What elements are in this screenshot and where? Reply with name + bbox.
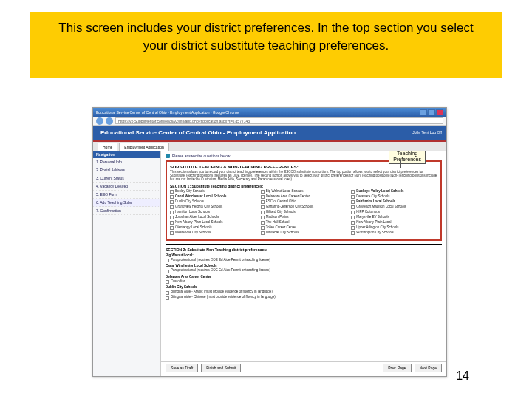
nav-item-7[interactable]: 7. Confirmation <box>93 207 160 215</box>
checkbox[interactable] <box>166 259 169 262</box>
window-title: Educational Service Center of Central Oh… <box>96 110 239 115</box>
checkbox[interactable] <box>351 226 355 230</box>
info-icon <box>166 154 170 158</box>
district-label: Canal Winchester Local Schools <box>175 195 226 199</box>
district-label: Grandview Heights City Schools <box>175 205 222 209</box>
district-label: Marysville EV Schools <box>356 216 389 219</box>
save-draft-button[interactable]: Save as Draft <box>166 364 198 372</box>
checkbox[interactable] <box>261 200 265 204</box>
checkbox[interactable] <box>261 190 265 194</box>
checkbox[interactable] <box>261 195 265 199</box>
tab-application[interactable]: Employment Application <box>119 143 168 151</box>
district-label: Madison-Plains <box>266 216 289 219</box>
checkbox[interactable] <box>261 221 265 225</box>
address-bar: https://v2-SuppliMentor.com/ebos/v2/mri/… <box>93 117 446 126</box>
checkbox[interactable] <box>351 205 355 209</box>
preferences-box: Teaching Preferences SUBSTITUTE TEACHING… <box>166 160 442 241</box>
checkbox[interactable] <box>351 211 355 214</box>
checkbox[interactable] <box>261 211 265 214</box>
checkbox[interactable] <box>261 226 265 230</box>
instruction-banner: This screen includes your district prefe… <box>30 12 502 78</box>
alert-text: Please answer the questions below. <box>172 154 231 158</box>
checkbox[interactable] <box>351 221 355 225</box>
maximize-button[interactable] <box>428 109 435 115</box>
group-big-walnut: Big Walnut Local: <box>166 253 442 257</box>
checkbox[interactable] <box>170 216 174 219</box>
district-label: Whitehall City Schools <box>266 231 299 235</box>
back-icon[interactable] <box>96 117 103 125</box>
checkbox[interactable] <box>351 200 355 204</box>
district-label: Jonathan Alder Local Schools <box>175 216 219 219</box>
group-canal: Canal Winchester Local Schools <box>166 264 442 267</box>
logout-link[interactable]: Log Off <box>430 130 442 134</box>
callout-label: Teaching Preferences <box>389 151 426 164</box>
district-label: ESC of Central Ohio <box>266 200 296 204</box>
checkbox[interactable] <box>170 211 174 214</box>
sidebar: Navigation 1. Personal Info 2. Postal Ad… <box>93 151 161 376</box>
tab-row: Home Employment Application <box>93 142 446 151</box>
app-title: Educational Service Center of Central Oh… <box>100 129 296 136</box>
group-delaware: Delaware Area Career Center <box>166 275 442 279</box>
nav-item-4[interactable]: 4. Vacancy Desired <box>93 183 160 191</box>
checkbox[interactable] <box>261 231 265 235</box>
forward-icon[interactable] <box>106 117 113 125</box>
district-label: Bexley City Schools <box>175 190 205 194</box>
section1-label: SECTION 1: Substitute Teaching district … <box>170 184 437 188</box>
district-label: Dublin City Schools <box>175 200 204 204</box>
district-label: KIPP Columbus <box>356 211 380 214</box>
checkbox[interactable] <box>170 190 174 194</box>
section-title: SUBSTITUTE TEACHING & NON-TEACHING PREFE… <box>170 165 437 169</box>
checkbox[interactable] <box>351 195 355 199</box>
district-label: Olentangy Local Schools <box>175 226 212 230</box>
url-input[interactable]: https://v2-SuppliMentor.com/ebos/v2/mri/… <box>115 117 443 124</box>
checkbox[interactable] <box>170 226 174 230</box>
tab-home[interactable]: Home <box>98 143 117 151</box>
checkbox[interactable] <box>166 291 169 295</box>
nav-item-6[interactable]: 6. Add Teaching Subs <box>93 199 160 207</box>
checkbox[interactable] <box>261 216 265 219</box>
district-label: Gahanna-Jefferson City Schools <box>266 205 314 209</box>
district-columns: Bexley City SchoolsCanal Winchester Loca… <box>170 190 437 236</box>
main-content: Please answer the questions below. Teach… <box>161 151 446 376</box>
checkbox[interactable] <box>351 190 355 194</box>
district-label: New Albany-Plain Local Schools <box>175 221 223 225</box>
nav-item-2[interactable]: 2. Postal Address <box>93 166 160 174</box>
app-header: Educational Service Center of Central Oh… <box>93 126 446 142</box>
checkbox[interactable] <box>166 296 169 300</box>
checkbox[interactable] <box>170 221 174 225</box>
district-label: Delaware Area Career Center <box>266 195 310 199</box>
checkbox[interactable] <box>166 280 169 284</box>
district-label: Delaware City Schools <box>356 195 389 199</box>
nav-item-5[interactable]: 5. EEO Form <box>93 191 160 199</box>
checkbox[interactable] <box>170 231 174 235</box>
checkbox[interactable] <box>170 195 174 199</box>
nav-header: Navigation <box>93 151 160 158</box>
nav-item-1[interactable]: 1. Personal Info <box>93 158 160 166</box>
section2-label: SECTION 2: Substitute Non-Teaching distr… <box>166 248 442 252</box>
district-label: Big Walnut Local Schools <box>266 190 304 194</box>
district-label: Westerville City Schools <box>175 231 211 235</box>
checkbox[interactable] <box>261 205 265 209</box>
district-label: Worthington City Schools <box>356 231 393 235</box>
district-label: Tolles Career Center <box>266 226 296 230</box>
checkbox[interactable] <box>351 216 355 219</box>
instruction-text: This screen includes your district prefe… <box>52 19 480 55</box>
nav-item-3[interactable]: 3. Current Status <box>93 174 160 183</box>
district-label: Fairbanks Local Schools <box>356 200 395 204</box>
group-dublin: Dublin City Schools <box>166 285 442 289</box>
checkbox[interactable] <box>351 231 355 235</box>
user-bar: Jolly, Terri Log Off <box>412 130 442 134</box>
section-description: This section allows you to record your d… <box>170 171 437 182</box>
browser-window: Educational Service Center of Central Oh… <box>92 107 447 377</box>
checkbox[interactable] <box>166 270 169 273</box>
checkbox[interactable] <box>170 205 174 209</box>
checkbox[interactable] <box>170 200 174 204</box>
district-label: Hilliard City Schools <box>266 211 296 214</box>
decorative-swoosh <box>399 347 532 399</box>
district-label: New Albany-Plain Local <box>356 221 391 225</box>
finish-submit-button[interactable]: Finish and Submit <box>201 364 241 372</box>
window-controls <box>420 109 443 115</box>
district-label: Buckeye Valley Local Schools <box>356 190 403 194</box>
close-button[interactable] <box>436 109 443 115</box>
minimize-button[interactable] <box>420 109 427 115</box>
